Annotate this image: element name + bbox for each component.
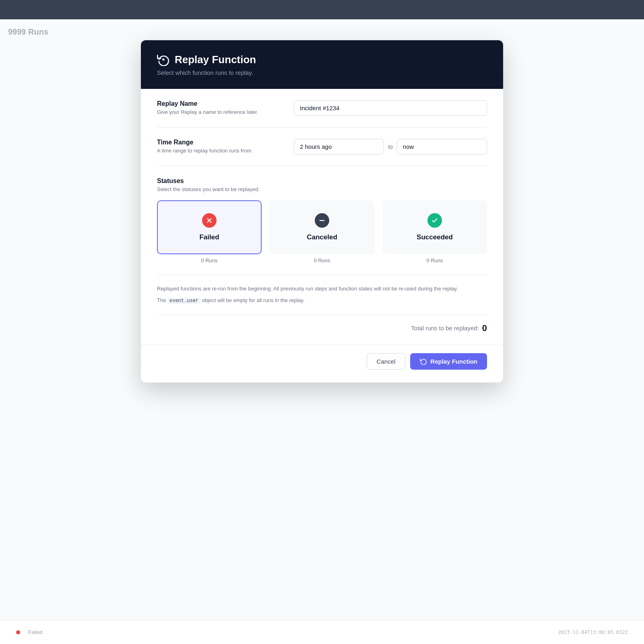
time-range-desc: A time range to replay function runs fro… — [157, 148, 278, 154]
time-separator: to — [388, 144, 393, 150]
replay-button-icon — [420, 358, 427, 365]
failed-icon — [202, 213, 217, 228]
statuses-title: Statuses — [157, 177, 487, 185]
succeeded-card-wrapper: Succeeded 0 Runs — [382, 200, 487, 263]
info-section: Replayed functions are re-run from the b… — [157, 275, 487, 315]
canceled-runs: 0 Runs — [314, 257, 330, 263]
failed-status-card[interactable]: Failed — [157, 200, 262, 254]
bottom-peek: Failed 2023-12-04T13:00:05.032Z — [0, 620, 644, 644]
total-count: 0 — [482, 323, 487, 333]
succeeded-label: Succeeded — [417, 233, 453, 241]
time-range-control: to — [294, 139, 487, 154]
replay-name-input[interactable] — [294, 100, 487, 116]
info-code: event.user — [167, 298, 200, 304]
succeeded-status-card[interactable]: Succeeded — [382, 200, 487, 254]
time-range-label-group: Time Range A time range to replay functi… — [157, 139, 278, 154]
modal-title-text: Replay Function — [175, 53, 256, 66]
canceled-label: Canceled — [307, 233, 337, 241]
bottom-date-label: 2023-12-04T13:00:05.032Z — [558, 630, 628, 635]
failed-card-wrapper: Failed 0 Runs — [157, 200, 262, 263]
modal-overlay: Replay Function Select which function ru… — [141, 40, 503, 383]
top-bar — [0, 0, 644, 19]
total-row: Total runs to be replayed: 0 — [157, 315, 487, 345]
modal-footer: Cancel Replay Function — [141, 345, 503, 383]
time-range-title: Time Range — [157, 139, 278, 146]
replay-name-control — [294, 100, 487, 116]
canceled-status-card[interactable]: Canceled — [270, 200, 374, 254]
replay-function-modal: Replay Function Select which function ru… — [141, 40, 503, 383]
statuses-desc: Select the statuses you want to be repla… — [157, 186, 487, 192]
modal-header: Replay Function Select which function ru… — [141, 40, 503, 89]
modal-body: Replay Name Give your Replay a name to r… — [141, 89, 503, 345]
statuses-section: Statuses Select the statuses you want to… — [157, 166, 487, 275]
replay-button-label: Replay Function — [430, 358, 477, 365]
replay-name-label-group: Replay Name Give your Replay a name to r… — [157, 100, 278, 115]
replay-name-section: Replay Name Give your Replay a name to r… — [157, 89, 487, 128]
time-range-from-input[interactable] — [294, 139, 384, 154]
failed-runs: 0 Runs — [201, 257, 217, 263]
replay-icon — [157, 53, 170, 66]
time-range-row: Time Range A time range to replay functi… — [157, 139, 487, 154]
replay-name-row: Replay Name Give your Replay a name to r… — [157, 100, 487, 116]
modal-subtitle: Select which function runs to replay. — [157, 69, 487, 76]
time-range-inputs: to — [294, 139, 487, 154]
replay-function-button[interactable]: Replay Function — [410, 353, 487, 370]
cancel-button[interactable]: Cancel — [367, 353, 406, 370]
failed-status-dot — [16, 630, 20, 634]
total-label: Total runs to be replayed: — [411, 325, 479, 331]
succeeded-runs: 0 Runs — [426, 257, 443, 263]
info-text-1: Replayed functions are re-run from the b… — [157, 285, 487, 293]
info-suffix: object will be empty for all runs in the… — [200, 297, 304, 303]
bottom-failed-label: Failed — [28, 629, 42, 635]
info-prefix: The — [157, 297, 167, 303]
status-cards-container: Failed 0 Runs Canceled — [157, 200, 487, 263]
time-range-section: Time Range A time range to replay functi… — [157, 128, 487, 166]
canceled-icon — [315, 213, 329, 228]
time-range-to-input[interactable] — [397, 139, 487, 154]
svg-point-0 — [163, 59, 164, 60]
info-text-2: The event.user object will be empty for … — [157, 296, 487, 305]
modal-title-row: Replay Function — [157, 53, 487, 66]
succeeded-icon — [427, 213, 442, 228]
failed-label: Failed — [199, 233, 219, 241]
canceled-card-wrapper: Canceled 0 Runs — [270, 200, 374, 263]
replay-name-title: Replay Name — [157, 100, 278, 107]
replay-name-desc: Give your Replay a name to reference lat… — [157, 109, 278, 115]
bg-title: 9999 Runs — [8, 27, 636, 37]
